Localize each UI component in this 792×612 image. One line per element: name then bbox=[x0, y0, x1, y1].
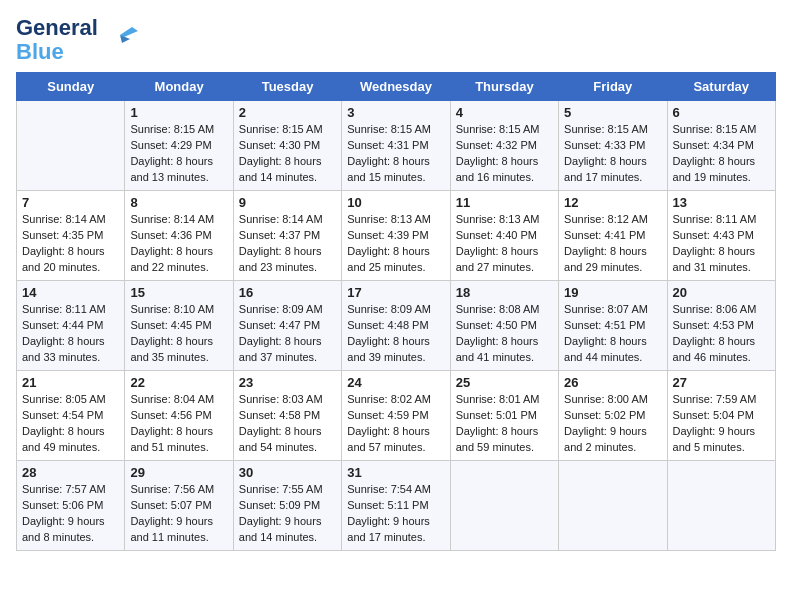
calendar-cell bbox=[450, 461, 558, 551]
calendar-table: SundayMondayTuesdayWednesdayThursdayFrid… bbox=[16, 72, 776, 551]
calendar-week-row: 7Sunrise: 8:14 AMSunset: 4:35 PMDaylight… bbox=[17, 191, 776, 281]
calendar-cell: 13Sunrise: 8:11 AMSunset: 4:43 PMDayligh… bbox=[667, 191, 775, 281]
calendar-cell: 5Sunrise: 8:15 AMSunset: 4:33 PMDaylight… bbox=[559, 101, 667, 191]
day-info: Sunrise: 8:03 AMSunset: 4:58 PMDaylight:… bbox=[239, 392, 336, 456]
day-number: 24 bbox=[347, 375, 444, 390]
day-number: 25 bbox=[456, 375, 553, 390]
day-number: 5 bbox=[564, 105, 661, 120]
day-info: Sunrise: 8:09 AMSunset: 4:47 PMDaylight:… bbox=[239, 302, 336, 366]
calendar-cell bbox=[17, 101, 125, 191]
day-info: Sunrise: 8:02 AMSunset: 4:59 PMDaylight:… bbox=[347, 392, 444, 456]
day-number: 23 bbox=[239, 375, 336, 390]
day-info: Sunrise: 7:54 AMSunset: 5:11 PMDaylight:… bbox=[347, 482, 444, 546]
day-number: 14 bbox=[22, 285, 119, 300]
day-number: 3 bbox=[347, 105, 444, 120]
day-number: 21 bbox=[22, 375, 119, 390]
calendar-cell: 17Sunrise: 8:09 AMSunset: 4:48 PMDayligh… bbox=[342, 281, 450, 371]
day-info: Sunrise: 8:11 AMSunset: 4:44 PMDaylight:… bbox=[22, 302, 119, 366]
day-info: Sunrise: 7:55 AMSunset: 5:09 PMDaylight:… bbox=[239, 482, 336, 546]
calendar-cell: 7Sunrise: 8:14 AMSunset: 4:35 PMDaylight… bbox=[17, 191, 125, 281]
calendar-cell: 1Sunrise: 8:15 AMSunset: 4:29 PMDaylight… bbox=[125, 101, 233, 191]
day-info: Sunrise: 8:07 AMSunset: 4:51 PMDaylight:… bbox=[564, 302, 661, 366]
day-info: Sunrise: 8:15 AMSunset: 4:33 PMDaylight:… bbox=[564, 122, 661, 186]
calendar-cell: 19Sunrise: 8:07 AMSunset: 4:51 PMDayligh… bbox=[559, 281, 667, 371]
calendar-cell bbox=[559, 461, 667, 551]
day-info: Sunrise: 8:00 AMSunset: 5:02 PMDaylight:… bbox=[564, 392, 661, 456]
day-number: 29 bbox=[130, 465, 227, 480]
day-info: Sunrise: 8:13 AMSunset: 4:40 PMDaylight:… bbox=[456, 212, 553, 276]
calendar-cell: 26Sunrise: 8:00 AMSunset: 5:02 PMDayligh… bbox=[559, 371, 667, 461]
day-info: Sunrise: 8:14 AMSunset: 4:36 PMDaylight:… bbox=[130, 212, 227, 276]
day-number: 8 bbox=[130, 195, 227, 210]
calendar-week-row: 21Sunrise: 8:05 AMSunset: 4:54 PMDayligh… bbox=[17, 371, 776, 461]
calendar-cell: 31Sunrise: 7:54 AMSunset: 5:11 PMDayligh… bbox=[342, 461, 450, 551]
calendar-cell: 24Sunrise: 8:02 AMSunset: 4:59 PMDayligh… bbox=[342, 371, 450, 461]
day-info: Sunrise: 7:57 AMSunset: 5:06 PMDaylight:… bbox=[22, 482, 119, 546]
day-number: 20 bbox=[673, 285, 770, 300]
day-number: 7 bbox=[22, 195, 119, 210]
day-info: Sunrise: 8:12 AMSunset: 4:41 PMDaylight:… bbox=[564, 212, 661, 276]
day-number: 11 bbox=[456, 195, 553, 210]
day-number: 19 bbox=[564, 285, 661, 300]
day-info: Sunrise: 8:05 AMSunset: 4:54 PMDaylight:… bbox=[22, 392, 119, 456]
day-info: Sunrise: 8:04 AMSunset: 4:56 PMDaylight:… bbox=[130, 392, 227, 456]
logo: GeneralBlue bbox=[16, 16, 138, 64]
day-info: Sunrise: 8:15 AMSunset: 4:32 PMDaylight:… bbox=[456, 122, 553, 186]
calendar-cell: 27Sunrise: 7:59 AMSunset: 5:04 PMDayligh… bbox=[667, 371, 775, 461]
calendar-cell: 28Sunrise: 7:57 AMSunset: 5:06 PMDayligh… bbox=[17, 461, 125, 551]
day-info: Sunrise: 8:15 AMSunset: 4:29 PMDaylight:… bbox=[130, 122, 227, 186]
calendar-cell: 2Sunrise: 8:15 AMSunset: 4:30 PMDaylight… bbox=[233, 101, 341, 191]
calendar-cell: 8Sunrise: 8:14 AMSunset: 4:36 PMDaylight… bbox=[125, 191, 233, 281]
day-number: 17 bbox=[347, 285, 444, 300]
day-info: Sunrise: 8:15 AMSunset: 4:31 PMDaylight:… bbox=[347, 122, 444, 186]
day-info: Sunrise: 8:14 AMSunset: 4:37 PMDaylight:… bbox=[239, 212, 336, 276]
day-info: Sunrise: 8:06 AMSunset: 4:53 PMDaylight:… bbox=[673, 302, 770, 366]
day-info: Sunrise: 7:59 AMSunset: 5:04 PMDaylight:… bbox=[673, 392, 770, 456]
col-header-monday: Monday bbox=[125, 73, 233, 101]
calendar-header-row: SundayMondayTuesdayWednesdayThursdayFrid… bbox=[17, 73, 776, 101]
calendar-cell: 14Sunrise: 8:11 AMSunset: 4:44 PMDayligh… bbox=[17, 281, 125, 371]
day-info: Sunrise: 8:15 AMSunset: 4:34 PMDaylight:… bbox=[673, 122, 770, 186]
day-info: Sunrise: 7:56 AMSunset: 5:07 PMDaylight:… bbox=[130, 482, 227, 546]
col-header-wednesday: Wednesday bbox=[342, 73, 450, 101]
day-number: 4 bbox=[456, 105, 553, 120]
calendar-cell: 10Sunrise: 8:13 AMSunset: 4:39 PMDayligh… bbox=[342, 191, 450, 281]
calendar-cell: 29Sunrise: 7:56 AMSunset: 5:07 PMDayligh… bbox=[125, 461, 233, 551]
day-number: 1 bbox=[130, 105, 227, 120]
day-info: Sunrise: 8:14 AMSunset: 4:35 PMDaylight:… bbox=[22, 212, 119, 276]
calendar-cell: 9Sunrise: 8:14 AMSunset: 4:37 PMDaylight… bbox=[233, 191, 341, 281]
day-info: Sunrise: 8:01 AMSunset: 5:01 PMDaylight:… bbox=[456, 392, 553, 456]
page-header: GeneralBlue bbox=[16, 16, 776, 64]
calendar-week-row: 14Sunrise: 8:11 AMSunset: 4:44 PMDayligh… bbox=[17, 281, 776, 371]
col-header-friday: Friday bbox=[559, 73, 667, 101]
day-number: 22 bbox=[130, 375, 227, 390]
day-number: 9 bbox=[239, 195, 336, 210]
day-number: 6 bbox=[673, 105, 770, 120]
calendar-cell: 11Sunrise: 8:13 AMSunset: 4:40 PMDayligh… bbox=[450, 191, 558, 281]
calendar-cell: 15Sunrise: 8:10 AMSunset: 4:45 PMDayligh… bbox=[125, 281, 233, 371]
logo-text: GeneralBlue bbox=[16, 16, 98, 64]
day-number: 16 bbox=[239, 285, 336, 300]
day-number: 2 bbox=[239, 105, 336, 120]
calendar-cell: 3Sunrise: 8:15 AMSunset: 4:31 PMDaylight… bbox=[342, 101, 450, 191]
day-info: Sunrise: 8:11 AMSunset: 4:43 PMDaylight:… bbox=[673, 212, 770, 276]
day-number: 30 bbox=[239, 465, 336, 480]
calendar-cell: 23Sunrise: 8:03 AMSunset: 4:58 PMDayligh… bbox=[233, 371, 341, 461]
calendar-cell: 20Sunrise: 8:06 AMSunset: 4:53 PMDayligh… bbox=[667, 281, 775, 371]
day-info: Sunrise: 8:10 AMSunset: 4:45 PMDaylight:… bbox=[130, 302, 227, 366]
day-number: 26 bbox=[564, 375, 661, 390]
calendar-cell: 21Sunrise: 8:05 AMSunset: 4:54 PMDayligh… bbox=[17, 371, 125, 461]
calendar-cell: 12Sunrise: 8:12 AMSunset: 4:41 PMDayligh… bbox=[559, 191, 667, 281]
day-number: 31 bbox=[347, 465, 444, 480]
col-header-tuesday: Tuesday bbox=[233, 73, 341, 101]
calendar-cell bbox=[667, 461, 775, 551]
calendar-cell: 30Sunrise: 7:55 AMSunset: 5:09 PMDayligh… bbox=[233, 461, 341, 551]
day-number: 28 bbox=[22, 465, 119, 480]
day-info: Sunrise: 8:09 AMSunset: 4:48 PMDaylight:… bbox=[347, 302, 444, 366]
calendar-week-row: 1Sunrise: 8:15 AMSunset: 4:29 PMDaylight… bbox=[17, 101, 776, 191]
day-number: 15 bbox=[130, 285, 227, 300]
calendar-cell: 16Sunrise: 8:09 AMSunset: 4:47 PMDayligh… bbox=[233, 281, 341, 371]
day-number: 12 bbox=[564, 195, 661, 210]
col-header-thursday: Thursday bbox=[450, 73, 558, 101]
calendar-cell: 22Sunrise: 8:04 AMSunset: 4:56 PMDayligh… bbox=[125, 371, 233, 461]
